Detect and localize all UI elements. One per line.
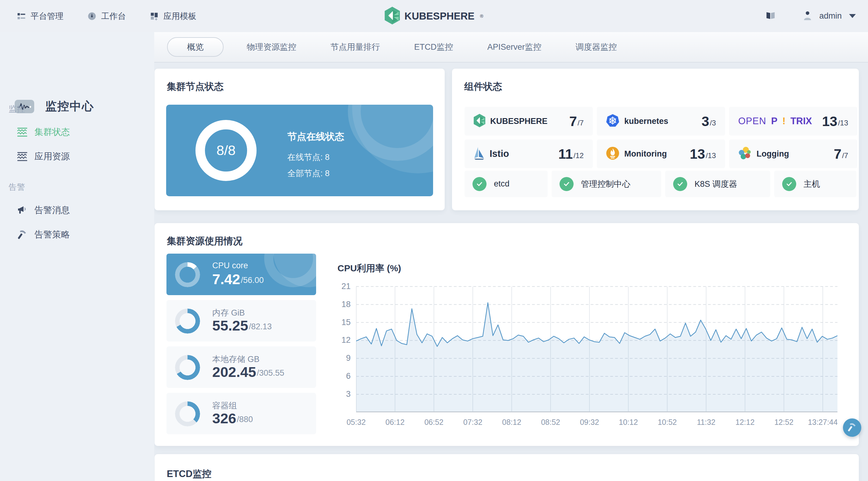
component-total: /12 [574,151,584,160]
sidebar-item-alert-policies[interactable]: 告警策略 [17,228,70,242]
nav-label: 工作台 [101,11,126,22]
component-istio[interactable]: Istio 11/12 [465,139,593,168]
component-monitoring[interactable]: Monitoring 13/13 [597,139,725,168]
component-value: 3 [702,115,709,128]
cpu-utilization-line-chart [356,284,837,412]
hammer-icon [847,422,857,434]
prometheus-logo-icon [606,147,619,161]
sidebar-item-label: 应用资源 [34,151,70,163]
component-kubesphere[interactable]: KUBESPHERE 7/7 [465,107,593,135]
logo-registered-mark: ® [480,13,484,19]
y-axis-tick-label: 18 [324,300,351,309]
card-title: ETCD监控 [167,468,211,480]
component-value: 7 [569,115,577,128]
gauge-total: /82.13 [249,322,272,331]
cpu-utilization-chart-area: CPU利用率 (%) 2118151296305:3206:1206:5207:… [324,254,850,443]
gauge-pods[interactable]: 容器组 326/880 [166,393,316,434]
sidebar-section-alerting: 告警 [8,182,25,193]
sidebar-item-label: 告警消息 [34,204,70,216]
logo-text: KUBESPHERE [404,10,474,22]
cluster-node-status-card: 集群节点状态 8/8 节点在线状态 在线节点: 8 全部节点: 8 [155,69,445,210]
check-icon [472,177,487,191]
node-online-title: 节点在线状态 [287,130,344,143]
toolbox-fab-button[interactable] [843,418,861,437]
component-name: Istio [490,148,509,159]
status-etcd: etcd [465,171,548,197]
nav-app-templates[interactable]: 应用模板 [150,11,196,22]
gauge-memory[interactable]: 内存 GiB 55.25/82.13 [166,300,316,342]
tab-scheduler-monitoring[interactable]: 调度器监控 [559,41,634,53]
sidebar-item-cluster-status[interactable]: 集群状态 [17,125,70,139]
component-openpitrix[interactable]: OPENP!TRIX 13/13 [729,107,857,135]
node-count-text: 8/8 [217,142,236,158]
nav-platform-management[interactable]: 平台管理 [17,11,64,22]
sidebar-section-monitoring: 监控 [8,103,25,115]
component-status-row: etcd 管理控制中心 K8S 调度器 主机 [465,171,858,197]
pods-donut [175,402,200,426]
sidebar-title: 监控中心 [15,99,94,114]
status-label: etcd [494,179,509,189]
memory-donut [175,309,200,333]
component-total: /13 [706,151,716,160]
status-console: 管理控制中心 [552,171,661,197]
wave-chart-icon [17,151,28,162]
tab-physical-resources[interactable]: 物理资源监控 [230,41,313,53]
header-right: admin [765,0,856,32]
tab-overview[interactable]: 概览 [167,37,223,57]
openpitrix-logo: OPENP!TRIX [738,116,812,127]
card-title: 组件状态 [464,80,502,93]
y-axis-tick-label: 6 [324,372,351,381]
istio-logo-icon [474,147,485,161]
cpu-donut [175,262,200,287]
status-label: 主机 [804,179,820,190]
tab-apiserver-monitoring[interactable]: APIServer监控 [470,41,559,53]
platform-list-icon [17,11,26,21]
node-count-donut: 8/8 [195,120,256,181]
check-icon [782,177,796,191]
component-name: Logging [756,149,789,159]
tab-etcd-monitoring[interactable]: ETCD监控 [397,41,470,53]
chevron-down-icon [849,14,856,18]
gauge-label: 本地存储 GB [212,354,259,365]
gauge-used: 326 [212,411,236,425]
sidebar-item-alert-messages[interactable]: 告警消息 [17,203,70,217]
status-label: K8S 调度器 [694,179,737,190]
kubesphere-logo[interactable]: KUBESPHERE ® [384,0,483,32]
status-label: 管理控制中心 [581,179,630,190]
component-total: /13 [838,119,848,127]
component-row: KUBESPHERE 7/7 kubernetes 3/3 OPE [465,107,858,168]
component-name: KUBESPHERE [490,117,548,126]
page-title: 监控中心 [45,99,94,114]
node-online-panel: 8/8 节点在线状态 在线节点: 8 全部节点: 8 [166,105,433,196]
gauge-local-storage[interactable]: 本地存储 GB 202.45/305.55 [166,346,316,388]
header-nav: 平台管理 工作台 应用模板 [17,0,196,32]
x-axis-tick-label: 13:27:44 [798,418,847,427]
gauge-used: 202.45 [212,365,256,379]
user-menu[interactable]: admin [803,11,856,21]
sidebar-item-app-resources[interactable]: 应用资源 [17,150,70,164]
kubesphere-logo-icon [474,114,485,128]
resource-gauges: CPU core 7.42/56.00 内存 GiB 55.25/82.13 本… [166,254,316,434]
gauge-used: 7.42 [212,272,240,286]
storage-donut [175,355,200,380]
docs-book-icon[interactable] [765,11,776,21]
component-value: 13 [690,147,705,161]
nav-label: 平台管理 [31,11,64,22]
component-logging[interactable]: Logging 7/7 [729,139,857,168]
wave-chart-icon [17,127,28,137]
component-kubernetes[interactable]: kubernetes 3/3 [597,107,725,135]
sidebar-item-label: 告警策略 [34,229,70,241]
gauge-icon [87,11,96,21]
nav-workbench[interactable]: 工作台 [87,11,126,22]
nav-label: 应用模板 [163,11,196,22]
gauge-label: CPU core [212,261,248,270]
component-value: 7 [834,147,841,161]
status-host: 主机 [774,171,857,197]
app-grid-icon [150,11,159,21]
hammer-icon [17,229,28,240]
user-avatar-icon [803,11,812,21]
gauge-cpu[interactable]: CPU core 7.42/56.00 [166,254,316,295]
openpitrix-text: P [771,116,778,127]
tab-node-usage-ranking[interactable]: 节点用量排行 [313,41,397,53]
main-content: 概览 物理资源监控 节点用量排行 ETCD监控 APIServer监控 调度器监… [154,32,868,481]
